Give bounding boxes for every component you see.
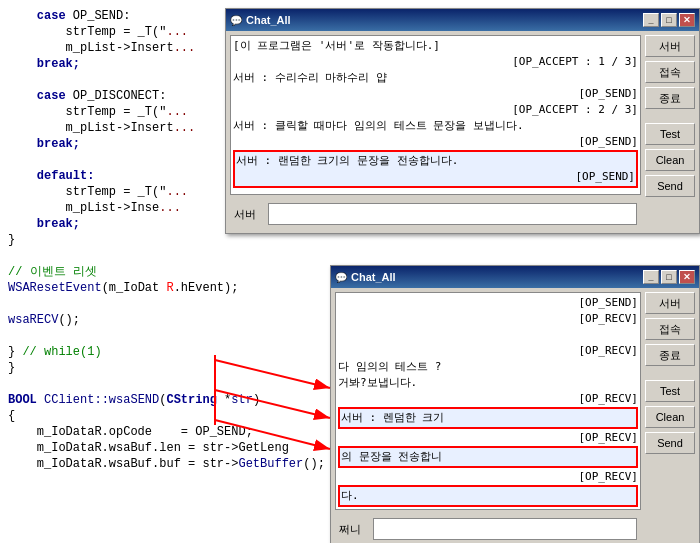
chat-line: [이 프로그램은 '서버'로 작동합니다.]: [233, 38, 638, 54]
minimize-btn-2[interactable]: _: [643, 270, 659, 284]
highlight-region-2c: 다.: [338, 485, 638, 507]
win2-controls: _ □ ✕: [643, 270, 695, 284]
highlight-region-2b: 의 문장을 전송합니: [338, 446, 638, 468]
highlight-region-1: 서버 : 랜덤한 크기의 문장을 전송합니다. [OP_SEND]: [233, 150, 638, 188]
chat-log-2[interactable]: [OP_SEND] [OP_RECV] [OP_RECV] 다 임의의 테스트 …: [335, 292, 641, 510]
btn1-clean[interactable]: Clean: [645, 149, 695, 171]
chat-line: [OP_SEND]: [233, 86, 638, 102]
titlebar-2[interactable]: 💬 Chat_All _ □ ✕: [331, 266, 699, 288]
chat-window-1: 💬 Chat_All _ □ ✕ [이 프로그램은 '서버'로 작동합니다.] …: [225, 8, 700, 234]
chat-window-2: 💬 Chat_All _ □ ✕ [OP_SEND] [OP_RECV] [OP: [330, 265, 700, 543]
win1-name-label: 서버: [234, 207, 264, 222]
close-btn-1[interactable]: ✕: [679, 13, 695, 27]
btn1-connect[interactable]: 접속: [645, 61, 695, 83]
chat-line: 다 임의의 테스트 ?: [338, 359, 638, 375]
win2-buttons: 서버 접속 종료 Test Clean Send: [645, 292, 695, 543]
win1-controls: _ □ ✕: [643, 13, 695, 27]
close-btn-2[interactable]: ✕: [679, 270, 695, 284]
btn2-test[interactable]: Test: [645, 380, 695, 402]
chat-line: [OP_SEND]: [338, 295, 638, 311]
minimize-btn-1[interactable]: _: [643, 13, 659, 27]
win2-content: [OP_SEND] [OP_RECV] [OP_RECV] 다 임의의 테스트 …: [331, 288, 699, 543]
app-icon-2: 💬: [335, 272, 347, 283]
maximize-btn-1[interactable]: □: [661, 13, 677, 27]
btn1-test[interactable]: Test: [645, 123, 695, 145]
chat-line: [OP_ACCEPT : 1 / 3]: [233, 54, 638, 70]
chat-line-h2: 의 문장을 전송합니: [341, 449, 635, 465]
chat-line: 서버 : 클릭할 때마다 임의의 테스트 문장을 보냅니다.: [233, 118, 638, 134]
chat-log-1[interactable]: [이 프로그램은 '서버'로 작동합니다.] [OP_ACCEPT : 1 / …: [230, 35, 641, 195]
btn1-end[interactable]: 종료: [645, 87, 695, 109]
chat-line: [OP_RECV]: [338, 469, 638, 485]
chat-line-highlight: 서버 : 랜덤한 크기의 문장을 전송합니다.: [236, 153, 635, 169]
chat-line: [OP_RECV]: [338, 430, 638, 446]
chat-line: 서버 : 수리수리 마하수리 얍: [233, 70, 638, 86]
chat-line-h2: 서버 : 렌덤한 크기: [341, 410, 635, 426]
win2-input[interactable]: [373, 518, 637, 540]
chat-line: [OP_ACCEPT : 2 / 3]: [233, 102, 638, 118]
chat-line: [OP_RECV]: [338, 391, 638, 407]
maximize-btn-2[interactable]: □: [661, 270, 677, 284]
btn1-send[interactable]: Send: [645, 175, 695, 197]
win1-bottom: 서버: [230, 199, 641, 229]
chat-line: [OP_RECV]: [338, 311, 638, 327]
highlight-region-2a: 서버 : 렌덤한 크기: [338, 407, 638, 429]
chat-line: [338, 327, 638, 343]
window2-title: Chat_All: [351, 271, 396, 283]
win2-name-label: 쩌니: [339, 522, 369, 537]
chat-line-h2: 다.: [341, 488, 635, 504]
btn2-connect[interactable]: 접속: [645, 318, 695, 340]
btn1-server[interactable]: 서버: [645, 35, 695, 57]
btn2-clean[interactable]: Clean: [645, 406, 695, 428]
win1-buttons: 서버 접속 종료 Test Clean Send: [645, 35, 695, 229]
btn2-send[interactable]: Send: [645, 432, 695, 454]
win1-input[interactable]: [268, 203, 637, 225]
chat-line: [OP_RECV]: [338, 343, 638, 359]
app-icon-1: 💬: [230, 15, 242, 26]
win2-bottom: 쩌니: [335, 514, 641, 543]
btn2-end[interactable]: 종료: [645, 344, 695, 366]
titlebar-1[interactable]: 💬 Chat_All _ □ ✕: [226, 9, 699, 31]
win1-content: [이 프로그램은 '서버'로 작동합니다.] [OP_ACCEPT : 1 / …: [226, 31, 699, 233]
window1-title: Chat_All: [246, 14, 291, 26]
btn2-server[interactable]: 서버: [645, 292, 695, 314]
chat-line: [OP_SEND]: [233, 134, 638, 150]
chat-line-highlight: [OP_SEND]: [236, 169, 635, 185]
chat-line: 거봐?보냅니다.: [338, 375, 638, 391]
